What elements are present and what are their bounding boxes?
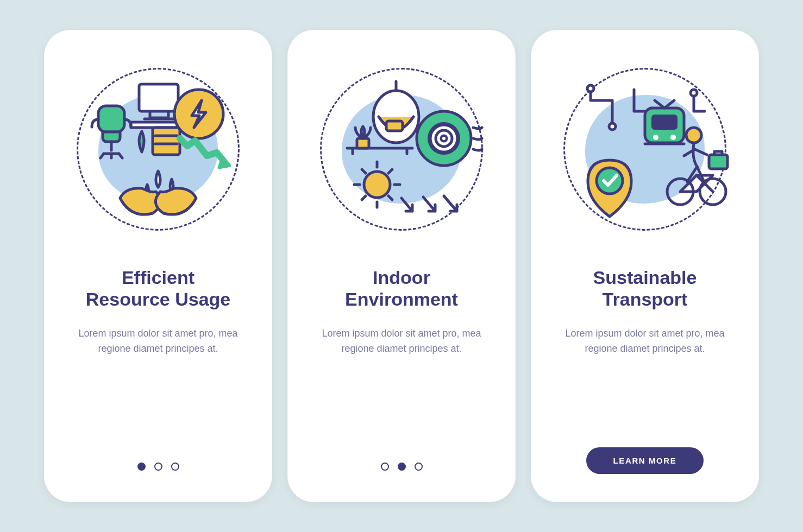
learn-more-button[interactable]: LEARN MORE: [586, 447, 704, 474]
dot-2[interactable]: [154, 463, 162, 471]
dot-2-active[interactable]: [398, 463, 406, 471]
svg-rect-6: [386, 121, 403, 131]
screen-1-body: Lorem ipsum dolor sit amet pro, mea regi…: [74, 326, 242, 357]
svg-point-13: [364, 172, 390, 198]
onboarding-screen-2: Indoor Environment Lorem ipsum dolor sit…: [287, 30, 516, 502]
svg-rect-19: [651, 115, 677, 130]
screen-2-body: Lorem ipsum dolor sit amet pro, mea regi…: [317, 326, 486, 357]
onboarding-screen-1: Efficient Resource Usage Lorem ipsum dol…: [44, 30, 272, 502]
page-indicator-1: [137, 463, 179, 471]
svg-rect-3: [98, 106, 124, 132]
svg-rect-26: [709, 155, 727, 169]
svg-rect-0: [139, 84, 178, 111]
sustainable-transport-illustration: [558, 62, 732, 236]
indoor-environment-illustration: [315, 62, 488, 236]
svg-point-21: [670, 135, 676, 140]
dot-1-active[interactable]: [137, 463, 146, 471]
dot-1[interactable]: [381, 463, 389, 471]
svg-point-17: [691, 90, 697, 96]
onboarding-screen-3: Sustainable Transport Lorem ipsum dolor …: [531, 30, 759, 502]
svg-point-14: [587, 85, 594, 92]
screen-3-title: Sustainable Transport: [593, 265, 697, 311]
dot-3[interactable]: [415, 463, 423, 471]
page-indicator-2: [381, 463, 423, 471]
svg-rect-2: [153, 128, 180, 155]
screen-1-title: Efficient Resource Usage: [86, 265, 230, 311]
svg-point-27: [597, 168, 623, 194]
svg-point-20: [653, 135, 658, 140]
svg-rect-7: [357, 138, 369, 148]
screen-3-body: Lorem ipsum dolor sit amet pro, mea regi…: [561, 326, 729, 357]
dot-3[interactable]: [171, 463, 179, 471]
svg-point-23: [686, 128, 701, 143]
svg-point-12: [442, 137, 446, 140]
svg-point-15: [609, 123, 616, 130]
screen-2-title: Indoor Environment: [345, 265, 458, 311]
resource-usage-illustration: [71, 62, 245, 236]
